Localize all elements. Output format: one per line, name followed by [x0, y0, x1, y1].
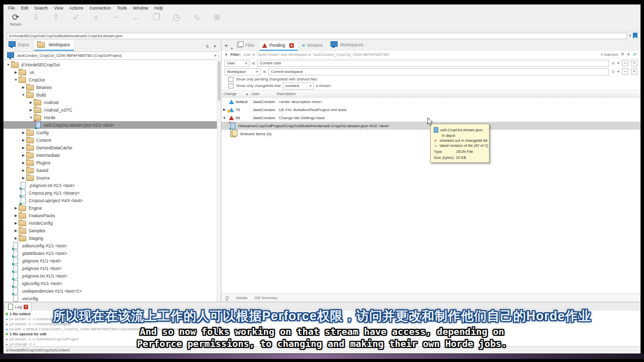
- tab-streams[interactable]: ≈ Streams: [299, 41, 327, 51]
- pin-icon[interactable]: [225, 296, 229, 300]
- expander-icon[interactable]: ▶: [21, 131, 26, 135]
- add-filter-button[interactable]: +: [631, 60, 637, 66]
- filter-label[interactable]: Filter:: [230, 52, 241, 57]
- tree-file[interactable]: .editorconfig #1/1 <text>: [4, 242, 221, 249]
- tab-depot[interactable]: Depot: [6, 40, 33, 51]
- menu-help[interactable]: Help: [152, 5, 166, 11]
- menu-edit[interactable]: Edit: [19, 5, 31, 11]
- tree-folder[interactable]: ▶Staging: [4, 234, 221, 242]
- clear-filter-icon[interactable]: ▼: [626, 52, 630, 57]
- tree-file[interactable]: .p4ignore.txt #1/1 <text>: [4, 272, 221, 280]
- tab-pending[interactable]: Pending: [260, 41, 297, 51]
- tree-folder[interactable]: ▶Android_ASTC: [4, 106, 221, 114]
- tree-folder[interactable]: ▶Saved: [4, 166, 221, 174]
- tree-folder[interactable]: ▼d:\Horde55\CropOut: [4, 61, 221, 68]
- refresh-filter-icon[interactable]: ⟳: [633, 52, 636, 57]
- filter-user-input[interactable]: Current User: [257, 60, 609, 67]
- sort-icon[interactable]: ⇅: [205, 44, 209, 49]
- tree-folder[interactable]: ▶Intermediate: [4, 151, 221, 159]
- menu-file[interactable]: File: [6, 5, 18, 11]
- apply-filter-icon[interactable]: ⧩: [620, 52, 624, 57]
- expander-icon[interactable]: ▶: [21, 161, 26, 165]
- expander-icon[interactable]: ▶: [13, 206, 19, 210]
- workspace-selector[interactable]: JackCondon_CropOut_CDW-9BPAFNB5TB0 (Crop…: [5, 51, 219, 60]
- changelist-header[interactable]: Change ▲ User Description: [221, 90, 640, 98]
- tab-details[interactable]: Details: [236, 296, 248, 300]
- column-change[interactable]: Change: [221, 92, 246, 96]
- tree-folder[interactable]: ▶DerivedDataCache: [4, 144, 221, 151]
- expander-icon[interactable]: ▶: [21, 168, 26, 172]
- tree-folder[interactable]: ▼CropOut: [4, 76, 221, 83]
- tree-folder[interactable]: ▶Binaries: [4, 83, 221, 91]
- menu-search[interactable]: Search: [32, 5, 50, 11]
- expander-icon[interactable]: ▶: [13, 214, 19, 218]
- timelapse-button[interactable]: ◷: [167, 12, 187, 27]
- tree-file[interactable]: .p4ignore.txt #1/1 <text>: [4, 182, 221, 189]
- stream-condition-select[interactable]: contains ▾: [283, 82, 314, 89]
- collapse-filter-icon[interactable]: ▼: [224, 53, 228, 56]
- address-dropdown-icon[interactable]: ▾: [629, 34, 631, 38]
- menu-actions[interactable]: Actions: [67, 5, 86, 11]
- tree-folder[interactable]: ▶Samples: [4, 227, 221, 234]
- column-user[interactable]: User: [252, 92, 277, 96]
- tree-file[interactable]: .p4ignore #1/1 <text>: [4, 264, 221, 272]
- scrollbar-thumb[interactable]: [218, 61, 220, 101]
- expander-icon[interactable]: ▶: [21, 153, 26, 157]
- expander-icon[interactable]: ▼: [21, 93, 26, 97]
- revgraph-button[interactable]: ∿: [187, 12, 207, 27]
- tree-folder[interactable]: ▶Plugins: [4, 159, 221, 166]
- tab-workspaces[interactable]: Workspaces: [328, 40, 367, 51]
- submit-button[interactable]: ⇧: [46, 12, 66, 27]
- add-filter-button[interactable]: +: [631, 68, 637, 75]
- expander-icon[interactable]: ▶: [221, 108, 227, 112]
- menu-tools[interactable]: Tools: [114, 5, 129, 11]
- column-description[interactable]: Description: [277, 92, 296, 96]
- filter-icon[interactable]: ▼: [213, 44, 217, 49]
- tab-files[interactable]: Files: [234, 41, 259, 51]
- menu-connection[interactable]: Connection: [87, 5, 113, 11]
- expander-icon[interactable]: ▼: [28, 116, 34, 119]
- changelist-row[interactable]: ▶75JackCondonUE-FN- BuildAndTestProject.…: [221, 106, 640, 114]
- new-tab-button[interactable]: +: [224, 42, 229, 51]
- tree-file[interactable]: .gitignore #1/1 <text>: [4, 257, 221, 264]
- expander-icon[interactable]: ▼: [13, 78, 19, 81]
- checkbox-shelved[interactable]: [228, 77, 233, 82]
- delete-button[interactable]: −: [106, 12, 126, 27]
- tree-file[interactable]: Cropout.png #1/1 <binary>: [4, 189, 221, 197]
- diff-button[interactable]: ❐: [146, 12, 167, 27]
- stream-graph-button[interactable]: ⊗: [207, 12, 227, 27]
- expander-icon[interactable]: ▶: [21, 138, 26, 142]
- tree-file[interactable]: ue5-CropOut.stream.json #2/2 <text>: [4, 121, 221, 129]
- expander-icon[interactable]: ▼: [221, 116, 227, 120]
- expander-icon[interactable]: ▶: [13, 236, 19, 240]
- remove-filter-button[interactable]: −: [622, 60, 628, 66]
- tree-folder[interactable]: ▶.vs: [4, 68, 221, 76]
- filter-workspace-input[interactable]: Current workspace: [268, 68, 609, 75]
- tree-folder[interactable]: ▼Build: [4, 91, 221, 99]
- tree-file[interactable]: .uedependencies #1/1 <text+C>: [4, 287, 221, 295]
- new-tab-chevron-icon[interactable]: ▾: [231, 47, 233, 51]
- remove-filter-button[interactable]: −: [622, 68, 628, 75]
- tab-diff-summary[interactable]: Diff Summary: [255, 296, 277, 300]
- expander-icon[interactable]: ▶: [21, 85, 26, 89]
- changelist-row[interactable]: defaultJackCondon<enter description here…: [221, 98, 640, 106]
- filter-field-select-user[interactable]: User ▾: [224, 60, 250, 67]
- expander-icon[interactable]: ▶: [21, 146, 26, 150]
- bookmark-icon[interactable]: [633, 33, 637, 39]
- expander-icon[interactable]: ▶: [13, 70, 19, 74]
- menu-view[interactable]: View: [51, 5, 65, 11]
- chevron-down-icon[interactable]: ▾: [617, 61, 619, 65]
- tree-folder[interactable]: ▶Config: [4, 129, 221, 136]
- expander-icon[interactable]: ▶: [13, 221, 19, 225]
- tree-folder[interactable]: ▶Source: [4, 174, 221, 182]
- expander-icon[interactable]: ▶: [28, 108, 34, 112]
- refresh-button[interactable]: ⟳Refresh: [6, 12, 26, 27]
- menu-window[interactable]: Window: [130, 5, 150, 11]
- tree-folder[interactable]: ▶Android: [4, 99, 221, 106]
- tree-folder[interactable]: ▶Engine: [4, 204, 221, 212]
- expander-icon[interactable]: ▶: [13, 229, 19, 233]
- chevron-down-icon[interactable]: ▾: [617, 69, 619, 74]
- address-bar[interactable]: d:\Horde55\CropOut\CropOut\Build\Horde\u…: [7, 33, 627, 39]
- target-icon[interactable]: ⊙: [611, 69, 615, 74]
- tree-folder[interactable]: ▶Content: [4, 136, 221, 144]
